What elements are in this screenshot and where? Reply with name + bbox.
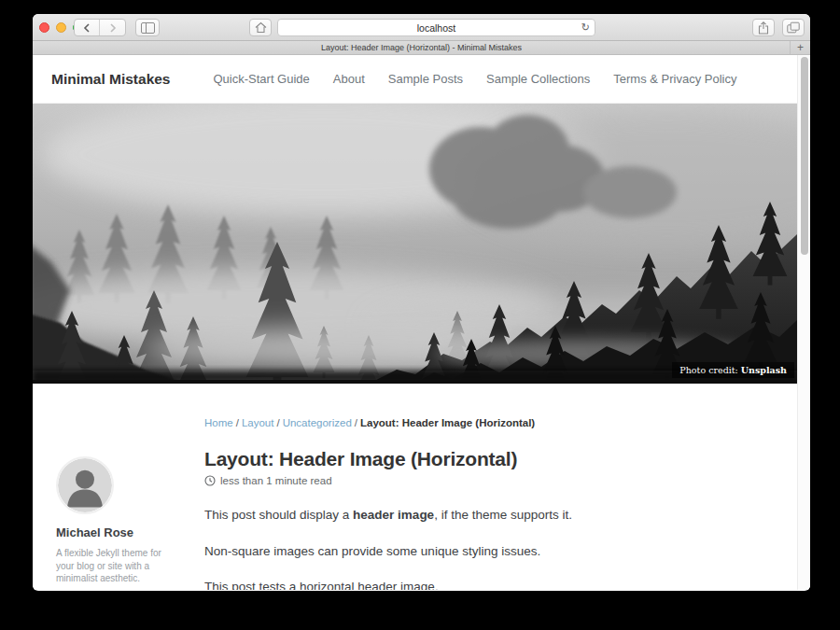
tab-title[interactable]: Layout: Header Image (Horizontal) - Mini… bbox=[321, 43, 522, 52]
share-icon bbox=[758, 21, 769, 35]
new-tab-button[interactable]: + bbox=[790, 41, 810, 54]
scrollbar-thumb[interactable] bbox=[801, 57, 808, 255]
paragraph-text: , if the theme supports it. bbox=[434, 508, 572, 522]
browser-window: localhost ↻ Layout: Header Image (Horizo… bbox=[33, 14, 810, 591]
close-button[interactable] bbox=[39, 22, 49, 33]
url-field[interactable]: localhost ↻ bbox=[277, 19, 595, 36]
breadcrumb: Home/Layout/Uncategorized/Layout: Header… bbox=[204, 417, 760, 428]
site-nav: Quick-Start Guide About Sample Posts Sam… bbox=[214, 72, 737, 86]
photo-credit-text: Photo credit: bbox=[679, 365, 740, 375]
nav-item-about[interactable]: About bbox=[333, 72, 365, 86]
history-nav-group bbox=[74, 19, 126, 36]
home-button[interactable] bbox=[249, 19, 272, 36]
photo-credit-link[interactable]: Unsplash bbox=[741, 365, 787, 375]
person-silhouette-icon bbox=[58, 458, 112, 512]
breadcrumb-separator: / bbox=[276, 417, 279, 428]
author-name: Michael Rose bbox=[56, 525, 204, 539]
article-main: Home/Layout/Uncategorized/Layout: Header… bbox=[204, 384, 797, 590]
site-title-link[interactable]: Minimal Mistakes bbox=[51, 71, 171, 88]
page-viewport: Minimal Mistakes Quick-Start Guide About… bbox=[33, 55, 810, 590]
scrollbar-track[interactable] bbox=[797, 55, 810, 590]
page-content: Minimal Mistakes Quick-Start Guide About… bbox=[33, 55, 797, 590]
paragraph-text: This post should display a bbox=[204, 508, 353, 522]
breadcrumb-link-uncategorized[interactable]: Uncategorized bbox=[283, 417, 352, 428]
paragraph: Non-square images can provide some uniqu… bbox=[204, 542, 760, 561]
forward-button[interactable] bbox=[100, 20, 125, 35]
home-icon bbox=[255, 21, 267, 34]
clock-icon bbox=[204, 475, 216, 486]
nav-item-sample-collections[interactable]: Sample Collections bbox=[486, 72, 590, 86]
breadcrumb-separator: / bbox=[236, 417, 239, 428]
nav-item-sample-posts[interactable]: Sample Posts bbox=[388, 72, 463, 86]
sidebar-toggle-button[interactable] bbox=[135, 19, 160, 36]
breadcrumb-link-layout[interactable]: Layout bbox=[242, 417, 274, 428]
share-button[interactable] bbox=[752, 19, 775, 36]
paragraph: This post tests a horizontal header imag… bbox=[204, 578, 760, 590]
foggy-forest-image bbox=[33, 104, 797, 384]
masthead: Minimal Mistakes Quick-Start Guide About… bbox=[33, 55, 797, 104]
paragraph-bold-text: header image bbox=[353, 508, 434, 522]
breadcrumb-current: Layout: Header Image (Horizontal) bbox=[360, 417, 535, 428]
sidebar-icon bbox=[141, 22, 155, 34]
author-bio: A flexible Jekyll theme for your blog or… bbox=[56, 547, 164, 585]
refresh-icon[interactable]: ↻ bbox=[581, 20, 590, 35]
avatar bbox=[56, 456, 114, 514]
back-button[interactable] bbox=[75, 20, 100, 35]
author-sidebar: Michael Rose A flexible Jekyll theme for… bbox=[33, 384, 204, 590]
browser-toolbar: localhost ↻ bbox=[33, 14, 810, 41]
chevron-right-icon bbox=[108, 22, 118, 34]
breadcrumb-link-home[interactable]: Home bbox=[204, 417, 233, 428]
minimize-button[interactable] bbox=[56, 22, 66, 33]
tab-bar: Layout: Header Image (Horizontal) - Mini… bbox=[33, 41, 810, 55]
post: Layout: Header Image (Horizontal) less t… bbox=[204, 448, 760, 590]
page-title: Layout: Header Image (Horizontal) bbox=[204, 448, 760, 470]
paragraph: This post should display a header image,… bbox=[204, 506, 760, 525]
read-time: less than 1 minute read bbox=[220, 475, 332, 486]
photo-credit: Photo credit: Unsplash bbox=[672, 362, 794, 378]
tab-overview-button[interactable] bbox=[782, 19, 805, 36]
header-image: Photo credit: Unsplash bbox=[33, 104, 797, 384]
nav-item-quick-start-guide[interactable]: Quick-Start Guide bbox=[214, 72, 310, 86]
content-row: Michael Rose A flexible Jekyll theme for… bbox=[33, 384, 797, 590]
tabs-icon bbox=[787, 21, 800, 34]
breadcrumb-separator: / bbox=[355, 417, 357, 428]
nav-item-terms-privacy[interactable]: Terms & Privacy Policy bbox=[613, 72, 736, 86]
post-meta: less than 1 minute read bbox=[204, 475, 760, 486]
chevron-left-icon bbox=[82, 22, 91, 34]
url-text: localhost bbox=[417, 22, 455, 34]
